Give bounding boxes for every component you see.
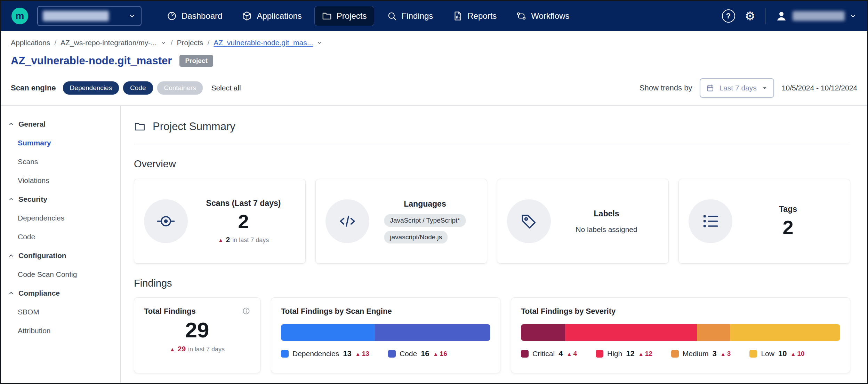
engine-pill-dependencies[interactable]: Dependencies	[63, 81, 119, 95]
trend-period-value: Last 7 days	[719, 84, 756, 92]
breadcrumb: Applications / AZ_ws-repo-integration/my…	[1, 31, 867, 50]
breadcrumb-projects[interactable]: Projects	[177, 39, 203, 47]
legend-swatch	[388, 350, 396, 358]
breadcrumb-applications[interactable]: Applications	[11, 39, 50, 47]
sidebar-section-configuration[interactable]: Configuration	[1, 246, 120, 265]
language-chip: javascript/Node.js	[384, 231, 448, 243]
nav-item-label: Workflows	[531, 11, 569, 21]
gear-icon[interactable]	[745, 10, 755, 22]
chevron-up-icon	[8, 290, 14, 296]
sidebar-item-sbom[interactable]: SBOM	[1, 303, 120, 321]
labels-card: Labels No labels assigned	[497, 179, 669, 264]
applications-icon	[242, 11, 252, 21]
scans-card: Scans (Last 7 days) 2 2 in last 7 days	[134, 179, 306, 264]
sidebar-item-attribution[interactable]: Attribution	[1, 321, 120, 340]
total-findings-value: 29	[144, 319, 250, 341]
legend-item-critical: Critical 4 4	[521, 349, 577, 358]
sidebar-item-code-scan-config[interactable]: Code Scan Config	[1, 265, 120, 284]
code-icon	[326, 199, 369, 243]
nav-item-workflows[interactable]: Workflows	[509, 6, 576, 26]
nav-item-reports[interactable]: Reports	[445, 6, 504, 26]
sidebar-section-label: Configuration	[18, 251, 66, 260]
help-icon[interactable]	[722, 9, 735, 23]
top-navigation-bar: m Dashboard Applications Projects	[1, 1, 867, 31]
tags-value: 2	[782, 217, 793, 238]
search-icon	[387, 11, 397, 21]
user-avatar-icon	[775, 10, 788, 22]
engine-pill-code[interactable]: Code	[123, 81, 153, 95]
user-name-redacted	[793, 11, 845, 21]
severity-stacked-bar	[521, 324, 840, 341]
trend-up-icon	[218, 237, 224, 243]
main-panel: Project Summary Overview Scans (Last 7 d…	[121, 106, 867, 383]
scan-icon	[144, 199, 188, 243]
chevron-down-icon[interactable]	[160, 40, 167, 46]
folder-icon	[322, 11, 332, 21]
divider	[134, 144, 850, 144]
nav-item-dashboard[interactable]: Dashboard	[160, 6, 229, 26]
nav-utilities	[722, 8, 857, 24]
mend-logo: m	[11, 8, 28, 24]
legend-trend: 13	[355, 350, 369, 358]
breadcrumb-application-name[interactable]: AZ_ws-repo-integration/my-...	[61, 39, 157, 47]
overview-heading: Overview	[134, 158, 850, 170]
sidebar-item-code[interactable]: Code	[1, 227, 120, 246]
nav-divider	[765, 8, 765, 24]
nav-item-projects[interactable]: Projects	[314, 6, 374, 26]
nav-item-label: Projects	[337, 11, 367, 21]
legend-trend: 10	[790, 350, 804, 358]
select-all-link[interactable]: Select all	[211, 84, 241, 92]
languages-card: Languages JavaScript / TypeScript* javas…	[315, 179, 487, 264]
legend-value: 13	[343, 349, 351, 358]
sidebar-item-violations[interactable]: Violations	[1, 171, 120, 190]
folder-icon	[134, 121, 146, 133]
chevron-up-icon	[8, 121, 14, 127]
project-summary-header: Project Summary	[134, 120, 850, 133]
legend-label: Critical	[532, 350, 555, 358]
engine-pill-containers: Containers	[157, 81, 203, 95]
sidebar-section-compliance[interactable]: Compliance	[1, 284, 120, 303]
sidebar-item-summary[interactable]: Summary	[1, 134, 120, 152]
legend-trend: 4	[566, 350, 577, 358]
scans-trend: 2 in last 7 days	[218, 235, 269, 244]
org-selector[interactable]	[37, 6, 142, 26]
legend-item-code: Code 16 16	[388, 349, 447, 358]
user-menu[interactable]	[775, 10, 857, 22]
legend-value: 16	[421, 349, 429, 358]
chevron-up-icon	[8, 253, 14, 259]
legend-value: 4	[558, 349, 563, 358]
label-icon	[507, 199, 551, 243]
sidebar-item-scans[interactable]: Scans	[1, 152, 120, 171]
findings-by-engine-card: Total Findings by Scan Engine Dependenci…	[271, 297, 500, 373]
info-icon[interactable]	[242, 307, 250, 315]
trend-period-dropdown[interactable]: Last 7 days	[700, 78, 774, 98]
page-title: AZ_vulnerable-node.git_master	[11, 55, 172, 67]
legend-label: Low	[761, 350, 774, 358]
findings-by-severity-card: Total Findings by Severity Critical 4 4 …	[511, 297, 850, 373]
nav-item-label: Findings	[402, 11, 433, 21]
trends-controls: Show trends by Last 7 days 10/5/2024 - 1…	[640, 78, 857, 98]
sidebar-section-general[interactable]: General	[1, 115, 120, 134]
sidebar-section-security[interactable]: Security	[1, 190, 120, 209]
legend-swatch	[671, 350, 679, 358]
scan-engine-bar: Scan engine Dependencies Code Containers…	[1, 78, 867, 98]
nav-item-label: Applications	[257, 11, 302, 21]
legend-swatch	[596, 350, 603, 358]
breadcrumb-separator: /	[54, 39, 56, 47]
sidebar-item-dependencies[interactable]: Dependencies	[1, 209, 120, 227]
dashboard-icon	[167, 11, 177, 21]
page-header: AZ_vulnerable-node.git_master Project	[1, 50, 867, 67]
engine-legend: Dependencies 13 13 Code 16 16	[281, 349, 490, 358]
breadcrumb-project-name[interactable]: AZ_vulnerable-node.git_mas...	[214, 39, 313, 47]
nav-item-applications[interactable]: Applications	[235, 6, 308, 26]
total-findings-card: Total Findings 29 29 in last 7 days	[134, 297, 260, 373]
bar-segment-high	[565, 324, 697, 341]
bar-segment-code	[375, 324, 490, 341]
language-chips: JavaScript / TypeScript* javascript/Node…	[384, 214, 465, 243]
org-selector-redacted-value	[43, 11, 109, 21]
nav-item-label: Dashboard	[182, 11, 222, 21]
workflows-icon	[516, 11, 527, 21]
labels-empty-text: No labels assigned	[576, 225, 637, 234]
nav-item-findings[interactable]: Findings	[380, 6, 440, 26]
chevron-down-icon[interactable]	[316, 40, 323, 46]
